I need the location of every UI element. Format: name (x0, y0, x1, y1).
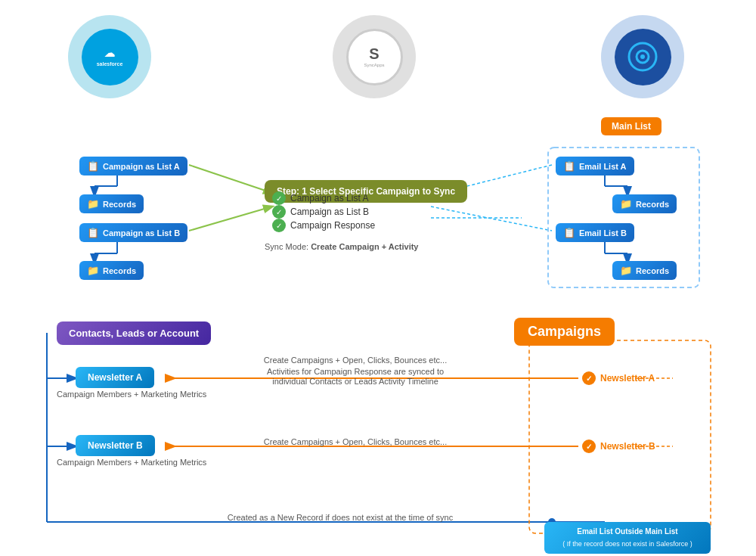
folder-icon-2: 📁 (87, 265, 99, 276)
syncapps-content: S SyncApps (364, 46, 384, 67)
salesforce-logo-outer: ☁ salesforce (68, 15, 151, 98)
email-outside-sub: ( If the record does not exist in Salesf… (552, 539, 703, 549)
check-icon-1: ✓ (272, 191, 286, 205)
check-icon-3: ✓ (272, 219, 286, 232)
svg-point-31 (640, 54, 645, 59)
records-1-label: Records (103, 200, 136, 209)
salesforce-label: salesforce (97, 61, 123, 67)
ctct-logo-inner (615, 29, 671, 85)
checklist-item-3: ✓ Campaign Response (272, 219, 375, 232)
svg-line-0 (189, 165, 272, 193)
newsletter-b-btn[interactable]: Newsletter B (76, 435, 155, 456)
flow-text-a1: Create Campaigns + Open, Clicks, Bounces… (227, 356, 484, 365)
email-list-b-label: Email List B (579, 228, 627, 238)
email-list-b-btn[interactable]: 📋 Email List B (556, 223, 634, 242)
sync-mode-text: Sync Mode: Create Campaign + Activity (265, 242, 419, 251)
ctct-logo-outer (601, 15, 684, 98)
diagram-container: ☁ salesforce S SyncApps Main List 📋 (0, 0, 756, 556)
check1-label: Campaign as List A (290, 193, 368, 203)
records-3-label: Records (636, 200, 669, 209)
records-2-btn[interactable]: 📁 Records (79, 261, 144, 280)
records-4-btn[interactable]: 📁 Records (612, 261, 677, 280)
campaign-list-b-btn[interactable]: 📋 Campaign as List B (79, 223, 187, 242)
svg-line-1 (189, 207, 272, 231)
email-list-a-label: Email List A (579, 162, 627, 171)
newsletter-b-tag-label: Newsletter B (600, 441, 655, 452)
flow-text-a3: individual Contacts or Leads Activity Ti… (212, 377, 499, 386)
flow-text-b: Create Campaigns + Open, Clicks, Bounces… (227, 437, 484, 446)
folder-icon-3: 📁 (620, 198, 632, 210)
checklist-item-1: ✓ Campaign as List A (272, 191, 368, 205)
syncapps-logo-inner: S SyncApps (346, 29, 403, 85)
sync-mode-value: Create Campaign + Activity (311, 242, 418, 251)
salesforce-logo-inner: ☁ salesforce (82, 29, 138, 85)
main-list-label: Main List (601, 117, 662, 135)
email-icon-a: 📋 (563, 160, 575, 172)
orange-check-a: ✓ (582, 371, 596, 385)
email-icon-b: 📋 (563, 227, 575, 238)
syncapps-logo-outer: S SyncApps (333, 15, 416, 98)
campaign-list-a-btn[interactable]: 📋 Campaign as List A (79, 157, 187, 175)
contacts-btn[interactable]: Contacts, Leads or Account (57, 321, 211, 345)
records-1-btn[interactable]: 📁 Records (79, 194, 144, 213)
ctct-icon (626, 40, 660, 74)
newsletter-a-tag-label: Newsletter A (600, 373, 655, 384)
newsletter-a-tag: ✓ Newsletter A (582, 371, 655, 385)
sync-mode-label: Sync Mode: (265, 242, 308, 251)
folder-icon-1: 📁 (87, 198, 99, 210)
flow-text-a2: Activities for Campaign Response are syn… (212, 367, 499, 376)
doc-icon-b: 📋 (87, 227, 99, 238)
checklist-item-2: ✓ Campaign as List B (272, 205, 369, 219)
campaign-list-b-label: Campaign as List B (103, 228, 180, 238)
campaigns-label: Campaigns (514, 318, 615, 346)
email-outside-btn[interactable]: Email List Outside Main List ( If the re… (544, 522, 711, 554)
syncapps-s: S (364, 46, 384, 61)
campaign-list-a-label: Campaign as List A (103, 162, 180, 171)
campaign-members-b: Campaign Members + Marketing Metrics (57, 458, 206, 467)
syncapps-sub: SyncApps (364, 63, 384, 67)
email-list-a-btn[interactable]: 📋 Email List A (556, 157, 634, 175)
newsletter-a-btn[interactable]: Newsletter A (76, 367, 154, 388)
campaign-members-a: Campaign Members + Marketing Metrics (57, 390, 206, 399)
email-outside-label: Email List Outside Main List (552, 526, 703, 537)
records-4-label: Records (636, 266, 669, 275)
records-2-label: Records (103, 266, 136, 275)
svg-line-3 (431, 207, 552, 231)
newsletter-b-tag: ✓ Newsletter B (582, 440, 655, 453)
records-3-btn[interactable]: 📁 Records (612, 194, 677, 213)
check-icon-2: ✓ (272, 205, 286, 219)
check3-label: Campaign Response (290, 220, 375, 231)
doc-icon-a: 📋 (87, 160, 99, 172)
svg-rect-26 (529, 340, 711, 533)
orange-check-b: ✓ (582, 440, 596, 453)
salesforce-text: ☁ salesforce (97, 46, 123, 67)
check2-label: Campaign as List B (290, 207, 369, 217)
new-record-text: Created as a New Record if does not exis… (189, 513, 491, 522)
folder-icon-4: 📁 (620, 265, 632, 276)
